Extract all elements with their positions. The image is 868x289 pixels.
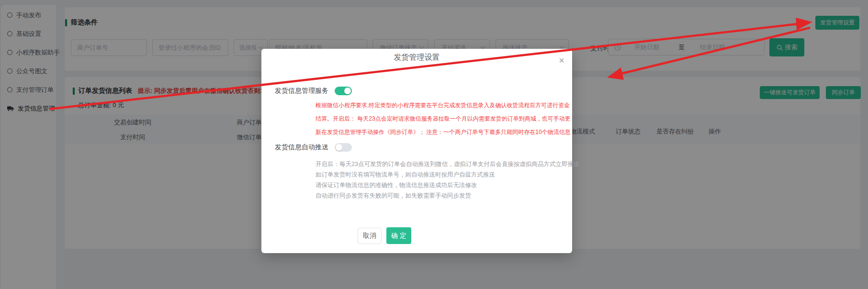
confirm-button[interactable]: 确 定 [386,227,411,244]
auto-push-label: 发货信息自动推送 [275,143,328,152]
shipping-settings-modal: 发货管理设置 × 发货信息管理服务 根据微信小程序要求,特定类型的小程序需要在平… [261,49,572,253]
service-desc-line: 结算。开启后： 每天23点会定时请求微信服务器拉取一个月以内需要发货的订单到商城… [316,112,571,125]
auto-push-description: 开启后：每天23点可发货的订单会自动推送到微信，虚拟订单支付后会直接按虚拟商品方… [316,159,579,201]
service-desc-line: 新在发货信息管理手动操作《同步订单》； 注意：一个商户订单号下最多只能同时存在1… [316,125,571,139]
service-description: 根据微信小程序要求,特定类型的小程序需要在平台完成发货信息录入及确认收货流程后方… [316,99,571,139]
cancel-button[interactable]: 取消 [358,228,382,244]
toggle-knob [344,88,351,94]
service-toggle-on[interactable] [335,87,352,95]
auto-push-toggle-row: 发货信息自动推送 [275,143,352,152]
service-desc-line: 根据微信小程序要求,特定类型的小程序需要在平台完成发货信息录入及确认收货流程后方… [316,99,571,112]
service-label: 发货信息管理服务 [275,87,328,95]
auto-push-desc-line: 请保证订单物流信息的准确性，物流信息推送成功后无法修改 [316,180,579,190]
close-icon[interactable]: × [559,56,564,65]
auto-push-desc-line: 开启后：每天23点可发货的订单会自动推送到微信，虚拟订单支付后会直接按虚拟商品方… [316,159,579,169]
toggle-knob [336,144,342,151]
auto-push-desc-line: 自动进行同步发货有失败的可能，如失败需要手动同步发货 [316,190,579,201]
app-root: 手动发布 基础设置 小程序数据助手 公众号图文 支付管理订单 发货信息管理 [0,0,868,289]
auto-push-desc-line: 如订单发货时没有填写物流单号，则自动推送时按用户自提方式推送 [316,169,579,180]
modal-title: 发货管理设置 [261,53,572,63]
service-toggle-row: 发货信息管理服务 [275,87,352,95]
auto-push-toggle-off[interactable] [335,143,352,152]
